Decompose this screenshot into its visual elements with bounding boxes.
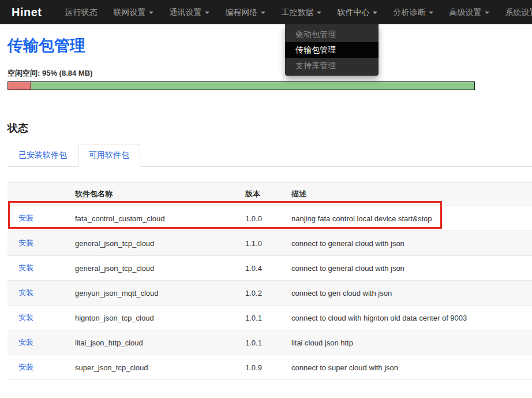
available-packages-table: 软件包名称 版本 描述 安装fata_control_custom_cloud1… xyxy=(8,182,532,380)
package-version: 1.0.4 xyxy=(245,256,291,281)
package-version: 1.0.2 xyxy=(245,281,291,306)
chevron-down-icon xyxy=(205,12,209,14)
free-space-value: 95% (8.84 MB) xyxy=(42,69,92,77)
table-header-row: 软件包名称 版本 描述 xyxy=(8,183,532,206)
package-version: 1.0.1 xyxy=(245,306,291,330)
navbar-menu: 运行状态联网设置通讯设置编程网络工控数据软件中心分析诊断高级设置系统设置退出 xyxy=(57,0,532,24)
table-row: 安装super_json_tcp_cloud1.0.9connect to su… xyxy=(8,355,532,380)
chevron-down-icon xyxy=(373,12,377,14)
package-version: 1.0.1 xyxy=(245,330,291,355)
nav-item-advanced-settings[interactable]: 高级设置 xyxy=(441,0,497,24)
chevron-down-icon xyxy=(261,12,265,14)
storage-used-segment xyxy=(8,82,31,90)
chevron-down-icon xyxy=(429,12,433,14)
table-row: 安装hignton_json_tcp_cloud1.0.1connect to … xyxy=(8,306,532,330)
header-package-name: 软件包名称 xyxy=(75,183,245,206)
nav-item-comm-settings[interactable]: 通讯设置 xyxy=(162,0,218,24)
storage-free-segment xyxy=(31,82,474,90)
table-row: 安装fata_control_custom_cloud1.0.0nanjing … xyxy=(8,206,532,231)
dropdown-item-support-libraries[interactable]: 支持库管理 xyxy=(285,58,379,73)
chevron-down-icon xyxy=(149,12,153,14)
free-space-label: 空闲空间: 95% (8.84 MB) xyxy=(8,68,532,79)
install-link[interactable]: 安装 xyxy=(18,263,33,272)
page-title: 传输包管理 xyxy=(8,35,532,56)
nav-item-network-settings[interactable]: 联网设置 xyxy=(106,0,162,24)
top-navbar: Hinet 运行状态联网设置通讯设置编程网络工控数据软件中心分析诊断高级设置系统… xyxy=(0,0,532,24)
header-version: 版本 xyxy=(245,183,291,206)
tab-available-packages[interactable]: 可用软件包 xyxy=(78,144,140,167)
package-version: 1.1.0 xyxy=(245,231,291,256)
package-description: connect to gen cloud with json xyxy=(291,281,532,306)
package-description: connect to general cloud with json xyxy=(291,231,532,256)
package-version: 1.0.9 xyxy=(245,355,291,380)
main-content: 传输包管理 空闲空间: 95% (8.84 MB) 状态 已安装软件包可用软件包… xyxy=(0,35,532,398)
package-description: connect to super cloud with json xyxy=(291,355,532,380)
dropdown-item-driver-packages[interactable]: 驱动包管理 xyxy=(285,27,379,42)
table-row: 安装litai_json_http_cloud1.0.1litai cloud … xyxy=(8,330,532,355)
tab-installed-packages[interactable]: 已安装软件包 xyxy=(8,144,78,167)
table-row: 安装general_json_tcp_cloud1.0.4connect to … xyxy=(8,256,532,281)
install-link[interactable]: 安装 xyxy=(18,338,33,347)
nav-item-system-settings[interactable]: 系统设置 xyxy=(497,0,532,24)
header-action xyxy=(8,183,75,206)
install-link[interactable]: 安装 xyxy=(18,239,33,247)
package-description: litai cloud json http xyxy=(291,330,532,355)
package-name: hignton_json_tcp_cloud xyxy=(75,306,245,330)
install-link[interactable]: 安装 xyxy=(18,288,33,297)
nav-item-analysis-diagnosis[interactable]: 分析诊断 xyxy=(385,0,441,24)
package-name: litai_json_http_cloud xyxy=(75,330,245,355)
nav-item-running-status[interactable]: 运行状态 xyxy=(57,0,106,24)
chevron-down-icon xyxy=(485,12,489,14)
install-link[interactable]: 安装 xyxy=(18,363,33,371)
package-name: super_json_tcp_cloud xyxy=(75,355,245,380)
storage-progress-bar xyxy=(8,81,475,90)
package-description: connect to cloud with hignton old data c… xyxy=(291,306,532,330)
package-name: genyun_json_mqtt_cloud xyxy=(75,281,245,306)
package-tabs: 已安装软件包可用软件包 xyxy=(8,144,532,167)
chevron-down-icon xyxy=(317,12,321,14)
package-description: nanjing fata control local device start&… xyxy=(291,206,532,231)
install-link[interactable]: 安装 xyxy=(18,214,33,222)
package-version: 1.0.0 xyxy=(245,206,291,231)
free-space-caption: 空闲空间: xyxy=(8,69,40,77)
status-heading: 状态 xyxy=(8,121,532,135)
nav-item-programming-network[interactable]: 编程网络 xyxy=(218,0,274,24)
package-description: connect to general cloud with json xyxy=(291,256,532,281)
nav-item-software-center[interactable]: 软件中心 xyxy=(329,0,385,24)
dropdown-item-transport-packages[interactable]: 传输包管理 xyxy=(285,42,379,58)
nav-item-industrial-data[interactable]: 工控数据 xyxy=(274,0,329,24)
install-link[interactable]: 安装 xyxy=(18,313,33,322)
package-name: general_json_tcp_cloud xyxy=(75,256,245,281)
package-table-wrap: 软件包名称 版本 描述 安装fata_control_custom_cloud1… xyxy=(8,182,532,380)
table-row: 安装genyun_json_mqtt_cloud1.0.2connect to … xyxy=(8,281,532,306)
table-row: 安装general_json_tcp_cloud1.1.0connect to … xyxy=(8,231,532,256)
header-description: 描述 xyxy=(291,183,532,206)
brand-logo: Hinet xyxy=(0,6,47,19)
software-center-dropdown: 驱动包管理传输包管理支持库管理 xyxy=(285,24,379,76)
package-name: general_json_tcp_cloud xyxy=(75,231,245,256)
package-name: fata_control_custom_cloud xyxy=(75,206,245,231)
